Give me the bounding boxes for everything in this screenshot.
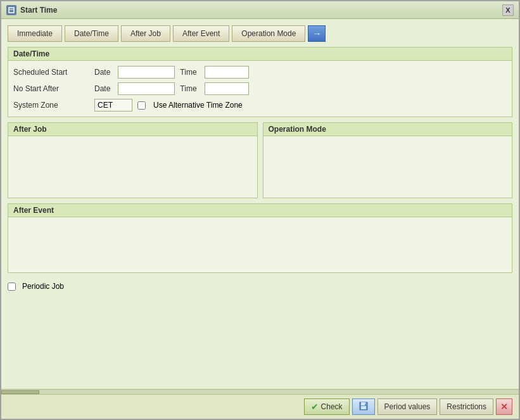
scrollbar-thumb[interactable] <box>1 390 39 394</box>
system-zone-label: System Zone <box>13 101 89 110</box>
after-event-header: After Event <box>8 204 512 217</box>
toolbar: Immediate Date/Time After Job After Even… <box>8 25 512 42</box>
after-job-section: After Job <box>8 122 258 198</box>
svg-rect-5 <box>365 402 366 404</box>
datetime-section-body: Scheduled Start Date Time No Start After… <box>8 61 512 117</box>
check-button[interactable]: ✔ Check <box>304 398 350 415</box>
period-values-label: Period values <box>384 402 431 411</box>
close-button[interactable]: X <box>502 4 514 16</box>
cet-display: CET <box>94 99 132 111</box>
footer-close-button[interactable]: ✕ <box>496 398 512 415</box>
operation-mode-header: Operation Mode <box>263 123 512 136</box>
datetime-section: Date/Time Scheduled Start Date Time No S… <box>8 47 512 117</box>
no-start-after-label: No Start After <box>13 84 89 93</box>
svg-rect-4 <box>361 406 366 409</box>
scheduled-start-date-label: Date <box>94 68 110 77</box>
restrictions-label: Restrictions <box>447 402 486 411</box>
title-bar-left: Start Time <box>6 5 57 15</box>
window-title: Start Time <box>20 6 57 15</box>
after-job-body <box>8 136 257 146</box>
scheduled-start-time-input[interactable] <box>205 66 249 79</box>
nav-arrow-button[interactable]: → <box>308 25 326 42</box>
no-start-after-date-input[interactable] <box>118 82 175 95</box>
svg-rect-0 <box>9 8 14 13</box>
after-job-header: After Job <box>8 123 257 136</box>
restrictions-button[interactable]: Restrictions <box>440 398 493 415</box>
save-button[interactable] <box>352 398 375 415</box>
footer: ✔ Check Period values Restrictions ✕ <box>1 394 519 419</box>
no-start-after-time-label: Time <box>180 84 196 93</box>
scheduled-start-row: Scheduled Start Date Time <box>13 66 507 79</box>
no-start-after-time-input[interactable] <box>205 82 249 95</box>
title-bar: Start Time X <box>1 1 519 19</box>
periodic-job-checkbox[interactable] <box>8 283 16 291</box>
operation-mode-button[interactable]: Operation Mode <box>232 25 305 42</box>
check-icon: ✔ <box>311 402 319 412</box>
immediate-button[interactable]: Immediate <box>8 25 62 42</box>
after-event-section: After Event <box>8 203 512 273</box>
save-icon <box>359 402 368 412</box>
scheduled-start-time-label: Time <box>180 68 196 77</box>
datetime-button[interactable]: Date/Time <box>65 25 118 42</box>
periodic-job-label: Periodic Job <box>22 282 64 291</box>
periodic-job-row: Periodic Job <box>8 278 512 295</box>
middle-panels: After Job Operation Mode <box>8 122 512 198</box>
system-zone-row: System Zone CET Use Alternative Time Zon… <box>13 99 507 111</box>
datetime-section-header: Date/Time <box>8 48 512 61</box>
content-area: Immediate Date/Time After Job After Even… <box>1 19 519 389</box>
no-start-after-date-label: Date <box>94 84 110 93</box>
check-label: Check <box>321 402 343 411</box>
after-event-body <box>8 217 512 227</box>
operation-mode-body <box>263 136 512 146</box>
scheduled-start-date-input[interactable] <box>118 66 175 79</box>
no-start-after-row: No Start After Date Time <box>13 82 507 95</box>
after-job-button[interactable]: After Job <box>121 25 170 42</box>
svg-rect-3 <box>361 402 365 405</box>
horizontal-scrollbar[interactable] <box>1 389 519 394</box>
use-alt-timezone-label: Use Alternative Time Zone <box>153 101 243 110</box>
scheduled-start-label: Scheduled Start <box>13 68 89 77</box>
period-values-button[interactable]: Period values <box>377 398 438 415</box>
footer-close-icon: ✕ <box>500 402 508 412</box>
use-alt-timezone-checkbox[interactable] <box>137 101 146 110</box>
main-area: Date/Time Scheduled Start Date Time No S… <box>8 47 512 383</box>
start-time-window: Start Time X Immediate Date/Time After J… <box>0 0 520 420</box>
operation-mode-section: Operation Mode <box>263 122 513 198</box>
after-event-button[interactable]: After Event <box>173 25 229 42</box>
window-icon <box>6 5 16 15</box>
